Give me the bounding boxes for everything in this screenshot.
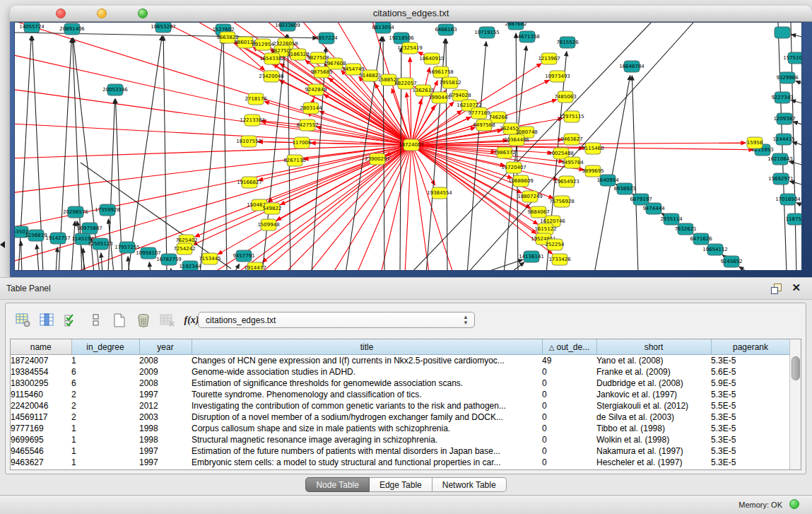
table-cell[interactable]: 18300295: [11, 378, 71, 389]
graph-node[interactable]: 9457791: [233, 250, 254, 262]
table-cell[interactable]: 0: [542, 411, 596, 423]
column-header-out_de[interactable]: △out_de...: [542, 339, 596, 355]
table-cell[interactable]: 5.9E-5: [711, 378, 790, 389]
table-cell[interactable]: 5.3E-5: [711, 434, 790, 445]
graph-node[interactable]: 10653287: [151, 23, 176, 33]
graph-node[interactable]: 1213967: [538, 53, 560, 64]
table-cell[interactable]: 0: [542, 389, 596, 400]
table-row[interactable]: 1938455462009Genome-wide association stu…: [11, 366, 790, 378]
graph-node[interactable]: 14055724: [19, 23, 45, 33]
table-cell[interactable]: 5.3E-5: [711, 411, 790, 423]
graph-node[interactable]: 19166827: [237, 177, 262, 188]
table-row[interactable]: 969969511998Structural magnetic resonanc…: [11, 434, 790, 445]
table-cell[interactable]: 1997: [139, 445, 192, 457]
tab-edge-table[interactable]: Edge Table: [370, 477, 433, 492]
graph-node[interactable]: 9245652: [720, 256, 742, 267]
graph-node[interactable]: 1192344: [179, 261, 201, 271]
table-cell[interactable]: 1: [71, 445, 139, 457]
graph-node[interactable]: 2887682: [505, 23, 526, 30]
graph-node[interactable]: 8186328: [287, 49, 309, 60]
graph-node[interactable]: 2718176: [245, 93, 267, 105]
table-cell[interactable]: Dudbridge et al. (2008): [596, 378, 711, 389]
table-cell[interactable]: 22420046: [11, 400, 71, 411]
graph-node[interactable]: 14671358: [514, 31, 540, 42]
graph-node[interactable]: 9242848: [305, 84, 326, 95]
graph-node[interactable]: 12975115: [559, 111, 584, 122]
table-cell[interactable]: 0: [542, 434, 596, 445]
graph-node[interactable]: 7986372: [493, 147, 515, 158]
table-cell[interactable]: 6: [71, 366, 139, 378]
graph-node[interactable]: 8427552: [296, 119, 318, 131]
table-cell[interactable]: de Silva et al. (2003): [596, 411, 711, 423]
table-row[interactable]: 977716911998Corpus callosum shape and si…: [11, 423, 790, 434]
graph-node[interactable]: 8813054: [372, 23, 394, 33]
table-cell[interactable]: 2: [71, 411, 139, 423]
delete-column-button[interactable]: [133, 310, 154, 330]
table-cell[interactable]: 19384554: [11, 366, 71, 378]
table-cell[interactable]: 49: [542, 355, 596, 367]
column-header-short[interactable]: short: [596, 339, 711, 355]
graph-node[interactable]: 6466163: [435, 24, 457, 35]
table-cell[interactable]: Changes of HCN gene expression and I(f) …: [192, 355, 542, 367]
column-header-year[interactable]: year: [139, 339, 192, 355]
network-canvas[interactable]: 1405572420891406106532871527602160338097…: [15, 23, 802, 271]
table-cell[interactable]: 9115460: [11, 389, 71, 400]
table-cell[interactable]: 0: [542, 457, 596, 468]
network-table-selector[interactable]: citations_edges.txt ▲▼: [198, 312, 475, 328]
close-panel-icon[interactable]: ✕: [792, 281, 801, 294]
table-row[interactable]: 1872400712008Changes of HCN gene express…: [11, 355, 790, 367]
graph-node[interactable]: 118753: [786, 214, 802, 225]
graph-node[interactable]: 7254242: [173, 243, 195, 255]
table-cell[interactable]: 14569117: [11, 411, 71, 423]
tab-network-table[interactable]: Network Table: [433, 477, 507, 492]
table-cell[interactable]: 1: [71, 423, 139, 434]
table-cell[interactable]: Wolkin et al. (1998): [596, 434, 711, 445]
table-cell[interactable]: 5.6E-5: [711, 366, 790, 378]
graph-node[interactable]: 14136141: [519, 251, 544, 262]
graph-node[interactable]: 15751074: [783, 52, 802, 64]
table-cell[interactable]: Structural magnetic resonance image aver…: [192, 434, 542, 445]
table-cell[interactable]: 0: [542, 445, 596, 457]
graph-node[interactable]: 2935114: [660, 214, 683, 225]
table-row[interactable]: 1830029562008Estimation of significance …: [11, 378, 790, 389]
graph-node[interactable]: [775, 27, 790, 38]
table-cell[interactable]: 2: [71, 400, 139, 411]
graph-node[interactable]: 1209387: [773, 113, 795, 124]
table-cell[interactable]: 6: [71, 378, 139, 389]
table-cell[interactable]: 1998: [139, 423, 192, 434]
graph-node[interactable]: 6471626: [690, 233, 712, 245]
table-cell[interactable]: 0: [542, 423, 596, 434]
table-cell[interactable]: 0: [542, 378, 596, 389]
table-settings-button[interactable]: [13, 310, 34, 330]
table-cell[interactable]: 0: [542, 366, 596, 378]
table-cell[interactable]: 2008: [139, 355, 192, 367]
table-cell[interactable]: Hescheler et al. (1997): [596, 457, 711, 468]
graph-node[interactable]: 7955812: [439, 77, 461, 88]
table-cell[interactable]: 5.3E-5: [711, 423, 790, 434]
graph-node[interactable]: 15958: [747, 137, 763, 148]
table-cell[interactable]: Yano et al. (2008): [596, 355, 711, 367]
new-table-button[interactable]: [109, 310, 130, 330]
splitter-collapse-arrow[interactable]: [0, 241, 5, 248]
table-cell[interactable]: 9777169: [11, 423, 71, 434]
table-cell[interactable]: 5.3E-5: [711, 389, 790, 400]
table-row[interactable]: 946554611997Estimation of the future num…: [11, 445, 790, 457]
float-panel-icon[interactable]: [771, 284, 781, 293]
graph-node[interactable]: 10654112: [702, 244, 728, 255]
graph-node[interactable]: 20891406: [59, 23, 85, 35]
graph-node[interactable]: 16961758: [428, 66, 454, 78]
table-cell[interactable]: Tourette syndrome. Phenomenology and cla…: [192, 389, 542, 400]
graph-node[interactable]: 9115460: [582, 143, 604, 154]
select-all-columns-button[interactable]: [61, 310, 82, 330]
graph-node[interactable]: 7153445: [199, 253, 220, 264]
graph-node[interactable]: 1509948: [257, 219, 279, 230]
graph-node[interactable]: 9899695: [582, 165, 604, 177]
graph-node[interactable]: 1640954: [596, 175, 619, 186]
table-cell[interactable]: 5.3E-5: [711, 457, 790, 468]
table-cell[interactable]: 5.3E-5: [711, 355, 790, 367]
table-cell[interactable]: 9465546: [11, 445, 71, 457]
table-cell[interactable]: 2: [71, 389, 139, 400]
graph-node[interactable]: 10719155: [474, 27, 500, 38]
table-cell[interactable]: Nakamura et al. (1997): [596, 445, 711, 457]
graph-node[interactable]: 9875685: [310, 66, 332, 78]
